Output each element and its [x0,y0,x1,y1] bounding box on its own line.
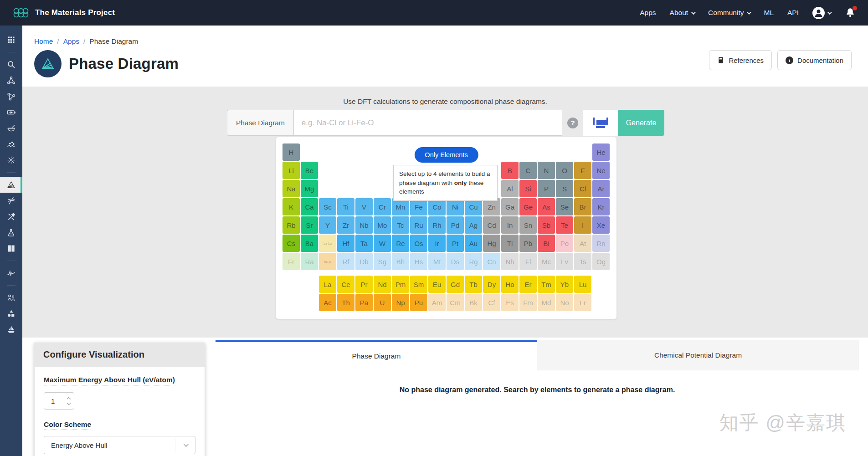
element-cell-B[interactable]: B [501,162,519,179]
element-cell-Ni[interactable]: Ni [447,198,464,215]
element-cell-Fr[interactable]: Fr [282,253,300,270]
sidebar-item-pourbaix-icon[interactable] [0,193,22,209]
sidebar-item-apps-grid-icon[interactable] [0,32,22,48]
periodic-table-toggle-button[interactable] [583,110,618,136]
element-cell-Fl[interactable]: Fl [519,253,537,270]
element-cell-Ga[interactable]: Ga [501,198,519,215]
sidebar-item-boat-icon[interactable] [0,322,22,338]
element-cell-Sg[interactable]: Sg [374,253,391,270]
references-button[interactable]: References [709,50,772,70]
element-cell-Md[interactable]: Md [538,294,555,311]
element-cell-Hf[interactable]: Hf [337,235,354,252]
nav-item-about[interactable]: About [670,9,695,17]
element-cell-Mo[interactable]: Mo [374,216,391,234]
tab-chemical-potential-diagram[interactable]: Chemical Potential Diagram [537,340,859,370]
element-cell-Rg[interactable]: Rg [465,253,482,270]
element-cell-Rb[interactable]: Rb [282,216,300,234]
element-cell-Y[interactable]: Y [319,216,336,234]
element-cell-Ds[interactable]: Ds [447,253,464,270]
element-cell-Mg[interactable]: Mg [301,180,318,197]
sidebar-item-community-people-icon[interactable] [0,290,22,306]
element-cell-Zn[interactable]: Zn [483,198,500,215]
element-cell-Cs[interactable]: Cs [282,235,300,252]
only-elements-button[interactable]: Only Elements [414,147,478,163]
nav-item-apps[interactable]: Apps [640,9,656,17]
nav-item-ml[interactable]: ML [764,9,774,17]
element-cell-Tm[interactable]: Tm [538,276,555,293]
element-cell-Er[interactable]: Er [519,276,537,293]
nav-item-community[interactable]: Community [708,9,750,17]
sidebar-item-molecule-icon[interactable] [0,72,22,88]
element-cell-Ra[interactable]: Ra [301,253,318,270]
sidebar-item-literature-book-icon[interactable] [0,241,22,256]
element-cell-Ar[interactable]: Ar [592,180,610,197]
element-cell-Cf[interactable]: Cf [483,294,500,311]
element-cell-Np[interactable]: Np [392,294,409,311]
element-cell-Li[interactable]: Li [282,162,300,179]
tab-phase-diagram[interactable]: Phase Diagram [216,340,537,370]
element-cell-H[interactable]: H [282,143,300,161]
help-icon[interactable]: ? [567,118,578,128]
notifications-bell[interactable] [844,7,856,19]
element-cell-Po[interactable]: Po [556,235,573,252]
element-cell-Na[interactable]: Na [282,180,300,197]
sidebar-item-battery-icon[interactable] [0,104,22,120]
element-cell-Bk[interactable]: Bk [465,294,482,311]
nav-item-api[interactable]: API [787,9,799,17]
element-cell-Rn[interactable]: Rn [592,235,610,252]
element-cell-Pa[interactable]: Pa [355,294,373,311]
element-cell-N[interactable]: N [538,162,555,179]
element-cell-Si[interactable]: Si [519,180,537,197]
element-cell-Ru[interactable]: Ru [410,216,427,234]
element-cell-Pt[interactable]: Pt [447,235,464,252]
element-cell-Be[interactable]: Be [301,162,318,179]
max-energy-input[interactable]: 1 [44,392,74,410]
element-cell-U[interactable]: U [374,294,391,311]
element-cell-Rf[interactable]: Rf [337,253,354,270]
element-cell-Og[interactable]: Og [592,253,610,270]
element-cell-Cm[interactable]: Cm [447,294,464,311]
element-cell-Ac[interactable]: Ac [319,294,336,311]
element-cell-Ta[interactable]: Ta [355,235,373,252]
element-cell-Sm[interactable]: Sm [410,276,427,293]
element-cell-Lr[interactable]: Lr [574,294,591,311]
element-cell-Ts[interactable]: Ts [574,253,591,270]
element-cell-Zr[interactable]: Zr [337,216,354,234]
element-cell-K[interactable]: K [282,198,300,215]
color-scheme-select[interactable]: Energy Above Hull [44,436,195,454]
element-cell-Ne[interactable]: Ne [592,162,610,179]
element-cell-Mn[interactable]: Mn [392,198,409,215]
element-cell-Bh[interactable]: Bh [392,253,409,270]
element-cell-Ge[interactable]: Ge [519,198,537,215]
element-cell-Eu[interactable]: Eu [428,276,446,293]
number-stepper[interactable] [67,398,70,405]
element-cell-Hg[interactable]: Hg [483,235,500,252]
element-cell-Br[interactable]: Br [574,198,591,215]
element-cell-Ag[interactable]: Ag [465,216,482,234]
sidebar-item-catalysis-surface-icon[interactable] [0,136,22,152]
element-cell-At[interactable]: At [574,235,591,252]
element-cell-Lv[interactable]: Lv [556,253,573,270]
element-cell-Bi[interactable]: Bi [538,235,555,252]
sidebar-item-shapes-icon[interactable] [0,306,22,322]
element-cell-La-Lu[interactable]: La-Lu [319,235,336,252]
sidebar-item-heterostructure-icon[interactable] [0,88,22,104]
element-cell-Os[interactable]: Os [410,235,427,252]
element-cell-Yb[interactable]: Yb [556,276,573,293]
element-cell-Tc[interactable]: Tc [392,216,409,234]
element-cell-Nb[interactable]: Nb [355,216,373,234]
element-cell-Pu[interactable]: Pu [410,294,427,311]
element-cell-Nh[interactable]: Nh [501,253,519,270]
element-cell-O[interactable]: O [556,162,573,179]
element-cell-Rh[interactable]: Rh [428,216,446,234]
element-cell-Cl[interactable]: Cl [574,180,591,197]
element-cell-Nd[interactable]: Nd [374,276,391,293]
element-cell-Gd[interactable]: Gd [447,276,464,293]
element-cell-Tb[interactable]: Tb [465,276,482,293]
element-cell-Dy[interactable]: Dy [483,276,500,293]
element-cell-As[interactable]: As [538,198,555,215]
search-input[interactable] [293,110,562,136]
brand[interactable]: The Materials Project [12,7,115,19]
element-cell-Re[interactable]: Re [392,235,409,252]
element-cell-Am[interactable]: Am [428,294,446,311]
